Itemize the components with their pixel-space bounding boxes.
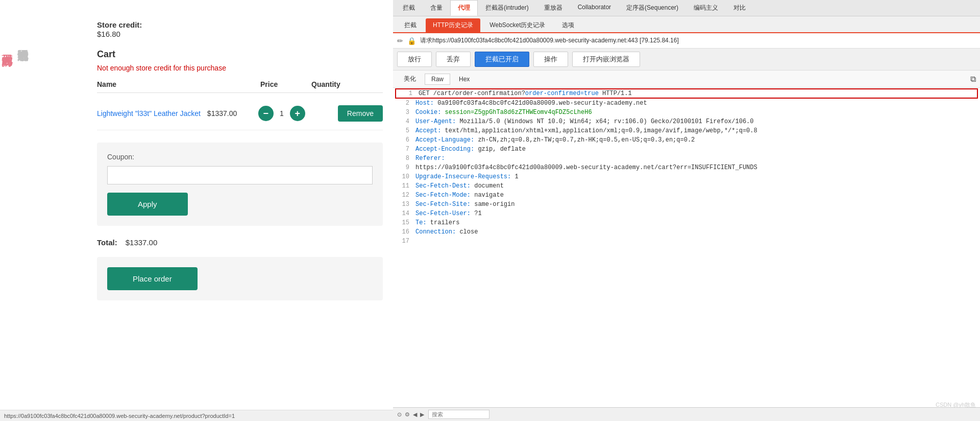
http-line-14: 14 Sec-Fetch-User: ?1	[393, 209, 980, 219]
line-num-3: 3	[397, 109, 409, 117]
drop-button[interactable]: 丢弃	[436, 52, 471, 67]
http-line-12: 12 Sec-Fetch-Mode: navigate	[393, 191, 980, 200]
burp-subtab-ws-history[interactable]: WebSocket历史记录	[482, 18, 552, 32]
csdn-watermark: CSDN @yh散鱼	[936, 401, 976, 409]
burp-url-text: 请求https://0a9100fc03fa4c8bc0fc421d00a800…	[420, 36, 976, 45]
line-num-17: 17	[397, 238, 409, 246]
qty-decrease-button[interactable]: −	[258, 106, 274, 121]
burp-status-icons: ⊙ ⚙ ◀ ▶	[397, 411, 424, 418]
line-content-4: User-Agent: Mozilla/5.0 (Windows NT 10.0…	[415, 118, 754, 126]
edit-icon: ✏	[397, 37, 403, 45]
burp-statusbar: ⊙ ⚙ ◀ ▶	[393, 407, 980, 421]
total-label: Total:	[97, 238, 117, 247]
burp-format-tabs: 美化 Raw Hex ⧉	[393, 71, 980, 88]
burp-tab-sequencer[interactable]: 定序器(Sequencer)	[619, 0, 686, 16]
line-content-17	[415, 238, 419, 246]
line-content-8: Referer:	[415, 155, 445, 163]
http-line-5: 5 Accept: text/html,application/xhtml+xm…	[393, 127, 980, 136]
line-num-1: 1	[400, 90, 412, 97]
line-num-12: 12	[397, 192, 409, 200]
http-line-4: 4 User-Agent: Mozilla/5.0 (Windows NT 10…	[393, 118, 980, 127]
burp-url-bar: ✏ 🔒 请求https://0a9100fc03fa4c8bc0fc421d00…	[393, 33, 980, 49]
line-num-4: 4	[397, 118, 409, 126]
burp-subtabs: 拦截 HTTP历史记录 WebSocket历史记录 选项	[393, 16, 980, 33]
cart-item-qty-controls: − 1 +	[258, 106, 330, 121]
burp-tab-collaborator[interactable]: Collaborator	[570, 0, 619, 16]
line-num-5: 5	[397, 127, 409, 135]
line-content-5: Accept: text/html,application/xhtml+xml,…	[415, 127, 757, 135]
action-button[interactable]: 操作	[533, 52, 568, 67]
line-content-15: Te: trailers	[415, 219, 459, 227]
line-content-2: Host: 0a9100fc03fa4c8bc0fc421d00a80009.w…	[415, 100, 647, 108]
line-num-16: 16	[397, 228, 409, 237]
intercept-toggle-button[interactable]: 拦截已开启	[475, 52, 529, 67]
burp-tab-repeater[interactable]: 重放器	[536, 0, 570, 16]
cart-panel: Store credit: $16.80 Cart Not enough sto…	[82, 0, 398, 421]
burp-panel: 拦截 含量 代理 拦截器(intruder) 重放器 Collaborator …	[393, 0, 980, 421]
burp-subtab-http-history[interactable]: HTTP历史记录	[426, 18, 480, 32]
burp-tab-proxy[interactable]: 代理	[450, 0, 478, 16]
line-content-9: https://0a9100fc03fa4c8bc0fc421d00a80009…	[415, 164, 757, 172]
burp-top-tabs: 拦截 含量 代理 拦截器(intruder) 重放器 Collaborator …	[393, 0, 980, 16]
clipboard-icon[interactable]: ⧉	[970, 75, 976, 84]
line-num-8: 8	[397, 155, 409, 163]
browser-statusbar: https://0a9100fc03fa4c8bc0fc421d00a80009…	[0, 410, 393, 421]
remove-item-button[interactable]: Remove	[338, 105, 383, 122]
line-content-16: Connection: close	[415, 228, 478, 237]
col-price-header: Price	[260, 80, 311, 88]
cart-item-row: Lightweight "l33t" Leather Jacket $1337.…	[97, 97, 383, 130]
chinese-sidebar: 没说过话的同事送来婚礼请柬 面对无穷无尽的麻烦	[0, 41, 31, 347]
coupon-section: Coupon: Apply	[97, 143, 383, 226]
http-line-10: 10 Upgrade-Insecure-Requests: 1	[393, 173, 980, 182]
http-viewer: 1 GET /cart/order-confirmation?order-con…	[393, 88, 980, 407]
status-icon-4[interactable]: ▶	[420, 411, 424, 418]
burp-subtab-options[interactable]: 选项	[555, 18, 581, 32]
status-icon-3[interactable]: ◀	[413, 411, 417, 418]
store-credit-section: Store credit: $16.80	[97, 20, 383, 39]
status-icon-1[interactable]: ⊙	[397, 411, 402, 418]
line-num-9: 9	[397, 164, 409, 172]
http-line-15: 15 Te: trailers	[393, 219, 980, 228]
coupon-label: Coupon:	[107, 153, 373, 161]
forward-button[interactable]: 放行	[397, 52, 432, 67]
http-line-17: 17	[393, 237, 980, 246]
cart-item-name-link[interactable]: Lightweight "l33t" Leather Jacket	[97, 109, 207, 118]
http-line-3: 3 Cookie: session=Z5gpGhTa8d6zZTHWEomv4q…	[393, 108, 980, 118]
place-order-section: Place order	[97, 257, 383, 300]
line-num-11: 11	[397, 182, 409, 191]
http-line-13: 13 Sec-Fetch-Site: same-origin	[393, 200, 980, 209]
burp-tab-intruder[interactable]: 拦截器(intruder)	[478, 0, 536, 16]
http-line-11: 11 Sec-Fetch-Dest: document	[393, 182, 980, 191]
status-icon-2[interactable]: ⚙	[405, 411, 410, 418]
format-tab-hex[interactable]: Hex	[452, 74, 476, 85]
cart-item-price: $1337.00	[207, 109, 258, 118]
line-content-11: Sec-Fetch-Dest: document	[415, 182, 504, 191]
line-content-10: Upgrade-Insecure-Requests: 1	[415, 173, 519, 181]
apply-button[interactable]: Apply	[107, 193, 188, 216]
open-browser-button[interactable]: 打开内嵌浏览器	[572, 52, 640, 67]
line-num-2: 2	[397, 100, 409, 108]
format-tab-pretty[interactable]: 美化	[397, 73, 423, 85]
http-line-7: 7 Accept-Encoding: gzip, deflate	[393, 145, 980, 154]
line-content-12: Sec-Fetch-Mode: navigate	[415, 192, 504, 200]
burp-tab-intercept[interactable]: 拦截	[395, 0, 423, 16]
http-line-8: 8 Referer:	[393, 154, 980, 163]
burp-tab-contents[interactable]: 含量	[423, 0, 450, 16]
burp-tab-compare[interactable]: 对比	[726, 0, 753, 16]
burp-tab-decoder[interactable]: 编码主义	[686, 0, 726, 16]
burp-subtab-intercept[interactable]: 拦截	[397, 18, 424, 32]
qty-value: 1	[277, 109, 287, 118]
qty-increase-button[interactable]: +	[290, 106, 305, 121]
search-input[interactable]	[428, 410, 489, 419]
col-qty-header: Quantity	[311, 80, 383, 88]
col-name-header: Name	[97, 80, 260, 88]
line-content-6: Accept-Language: zh-CN,zh;q=0.8,zh-TW;q=…	[415, 136, 695, 145]
total-section: Total: $1337.00	[97, 238, 383, 247]
format-tab-raw[interactable]: Raw	[425, 74, 450, 85]
line-content-14: Sec-Fetch-User: ?1	[415, 210, 482, 218]
place-order-button[interactable]: Place order	[107, 267, 198, 290]
lock-icon: 🔒	[407, 37, 416, 45]
http-line-16: 16 Connection: close	[393, 228, 980, 237]
coupon-input[interactable]	[107, 166, 373, 184]
chinese-text-pink: 面对无穷无尽的麻烦	[0, 46, 15, 347]
